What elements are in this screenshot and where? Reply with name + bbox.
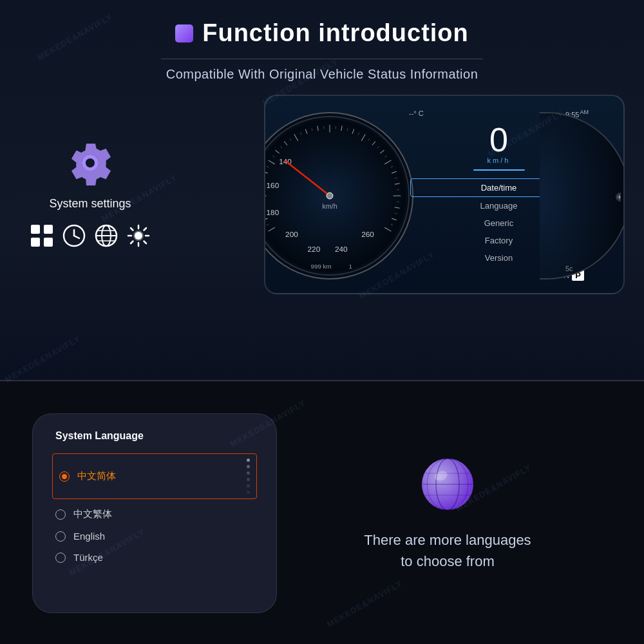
lang-text-simplified: 中文简体: [77, 470, 116, 482]
bottom-section: System Language 中文简体 中文繁体: [0, 381, 644, 644]
radio-unselected: [55, 531, 66, 542]
lang-scroll-dots: [247, 459, 250, 494]
svg-text:km/h: km/h: [322, 202, 337, 210]
apps-icon: [28, 222, 55, 249]
language-panel-title: System Language: [52, 430, 257, 442]
svg-rect-85: [540, 113, 625, 279]
svg-line-53: [264, 178, 265, 178]
globe-languages-icon: [419, 455, 477, 513]
svg-line-19: [144, 241, 147, 243]
lang-option-simplified[interactable]: 中文简体: [52, 453, 257, 499]
tachometer: 5c: [540, 112, 625, 279]
clock-icon: [61, 222, 88, 249]
settings-icons-row: [28, 222, 152, 249]
lang-text-english: English: [73, 531, 105, 542]
radio-unselected: [55, 509, 66, 520]
system-settings-panel: System settings: [19, 140, 161, 249]
top-section: Function introduction Compatible With Or…: [0, 0, 644, 380]
svg-rect-0: [31, 225, 40, 234]
lang-text-turkish: Türkçe: [73, 552, 103, 563]
function-intro-icon: [175, 24, 193, 43]
radio-selected: [59, 471, 70, 482]
svg-rect-1: [44, 225, 53, 234]
svg-rect-2: [31, 238, 40, 247]
svg-line-20: [144, 228, 147, 231]
more-languages-line2: to choose from: [364, 551, 531, 572]
subtitle: Compatible With Original Vehicle Status …: [0, 67, 644, 82]
svg-rect-3: [44, 238, 53, 247]
svg-text:180: 180: [267, 208, 279, 217]
svg-text:240: 240: [335, 245, 348, 254]
svg-text:260: 260: [361, 230, 374, 239]
svg-point-82: [327, 193, 333, 199]
dashboard-container: 140 160 180 200 220 240 260 km/h 999 km: [264, 95, 625, 294]
lang-text-traditional: 中文繁体: [73, 508, 112, 520]
speedometer: 140 160 180 200 220 240 260 km/h 999 km: [264, 112, 413, 279]
svg-line-18: [131, 228, 133, 231]
svg-text:1: 1: [349, 263, 352, 270]
svg-line-6: [74, 236, 79, 238]
svg-text:5c: 5c: [565, 265, 573, 272]
svg-line-50: [264, 213, 265, 214]
middle-content: System settings: [0, 95, 644, 294]
svg-line-26: [264, 207, 265, 208]
svg-text:220: 220: [308, 245, 321, 254]
radio-unselected: [55, 553, 66, 563]
svg-line-21: [131, 241, 133, 243]
svg-text:160: 160: [267, 181, 279, 190]
lang-option-english[interactable]: English: [52, 526, 257, 547]
language-panel: System Language 中文简体 中文繁体: [32, 413, 277, 613]
header: Function introduction: [0, 0, 644, 53]
lang-option-traditional[interactable]: 中文繁体: [52, 503, 257, 526]
brightness-icon: [125, 222, 152, 249]
gear-icon: [68, 140, 113, 185]
page-title: Function introduction: [202, 19, 469, 47]
divider: [161, 59, 483, 59]
globe-small-icon: [93, 222, 120, 249]
tachometer-svg: 5c: [540, 113, 625, 279]
dashboard-screen: 140 160 180 200 220 240 260 km/h 999 km: [264, 95, 625, 294]
lang-option-turkish[interactable]: Türkçe: [52, 547, 257, 568]
speedometer-svg: 140 160 180 200 220 240 260 km/h 999 km: [264, 112, 412, 279]
right-panel: There are more languages to choose from: [277, 455, 644, 572]
more-languages-text: There are more languages to choose from: [364, 529, 531, 572]
more-languages-line1: There are more languages: [364, 529, 531, 551]
svg-text:999 km: 999 km: [310, 263, 331, 270]
temp-display: --° C: [409, 109, 424, 117]
svg-line-28: [264, 184, 265, 184]
svg-point-13: [135, 232, 142, 240]
svg-text:200: 200: [285, 230, 298, 239]
settings-label: System settings: [49, 197, 131, 211]
speed-underline: [473, 169, 525, 171]
